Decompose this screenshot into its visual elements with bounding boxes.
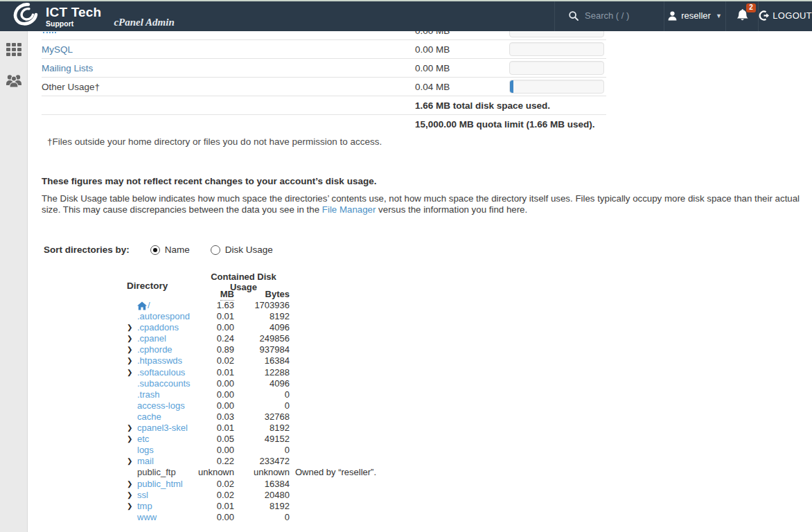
directory-link[interactable]: .trash (137, 389, 160, 400)
directory-link[interactable]: .subaccounts (137, 378, 191, 389)
expand-chevron-icon[interactable]: ❯ (127, 344, 137, 355)
directory-mb-value: 0.01 (196, 367, 234, 378)
directory-bytes-value: 20480 (234, 490, 290, 501)
expand-chevron-icon[interactable]: ❯ (127, 501, 137, 512)
disk-usage-description: The Disk Usage table below indicates how… (42, 193, 806, 215)
directory-link[interactable]: logs (137, 445, 154, 456)
expand-chevron-icon[interactable]: ❯ (127, 456, 137, 467)
directory-mb-value: 0.00 (196, 322, 234, 333)
directory-link[interactable]: tmp (137, 501, 152, 512)
directory-mb-value: 0.24 (196, 333, 234, 344)
directory-row: ❯.htpasswds0.0216384 (127, 355, 376, 366)
directory-note (290, 367, 376, 378)
expand-chevron-icon[interactable]: ❯ (127, 479, 137, 490)
users-group-icon (6, 73, 22, 88)
directory-link[interactable]: .autorespond (137, 311, 190, 322)
quota-limit-row: 15,000.00 MB quota limit (1.66 MB used). (42, 115, 606, 134)
directory-link[interactable]: etc (137, 434, 149, 445)
chevron-placeholder (127, 378, 137, 389)
apps-grid-button[interactable] (0, 31, 28, 56)
logout-button[interactable]: LOGOUT (758, 0, 812, 31)
expand-chevron-icon[interactable]: ❯ (127, 490, 137, 501)
notifications-button[interactable]: 2 (725, 0, 758, 31)
directory-row: www0.000 (127, 512, 376, 523)
directory-mb-value: 0.02 (196, 479, 234, 490)
directory-link[interactable]: cache (137, 411, 161, 423)
directory-name-cell: .cpanel (137, 333, 196, 344)
chevron-placeholder (127, 467, 137, 478)
sort-options: NameDisk Usage (130, 245, 273, 255)
dagger-footnote: †Files outside your home directory or fi… (47, 136, 382, 147)
directory-note (290, 344, 376, 355)
directory-row: .autorespond0.018192 (127, 311, 376, 322)
expand-chevron-icon[interactable]: ❯ (127, 322, 137, 333)
expand-chevron-icon[interactable]: ❯ (127, 434, 137, 445)
chevron-placeholder (127, 389, 137, 400)
expand-chevron-icon[interactable]: ❯ (127, 367, 137, 378)
bytes-column-header: Bytes (234, 289, 290, 299)
directory-link[interactable]: .cpaddons (137, 322, 179, 333)
directory-link[interactable]: .htpasswds (137, 355, 182, 366)
directory-link[interactable]: mail (137, 456, 154, 467)
usage-progress-fill (510, 80, 513, 93)
notification-badge[interactable]: 2 (746, 3, 756, 12)
directory-link[interactable]: cpanel3-skel (137, 423, 188, 434)
directory-bytes-value: 8192 (234, 311, 290, 322)
usage-category-label: Other Usage† (42, 82, 100, 92)
directory-name-cell: ssl (137, 490, 196, 501)
sort-option-name[interactable]: Name (150, 245, 190, 255)
directory-link[interactable]: .softaculous (137, 367, 185, 378)
directory-name-cell: public_ftp (137, 467, 196, 478)
grid-icon (6, 43, 21, 56)
directory-bytes-value: 0 (234, 512, 290, 523)
file-manager-link[interactable]: File Manager (322, 204, 376, 215)
usage-row: Mailing Lists0.00 MB (42, 59, 606, 78)
directory-bytes-value: 233472 (234, 456, 290, 467)
directory-name-cell: .autorespond (137, 311, 196, 322)
directory-link[interactable]: access-logs (137, 400, 185, 411)
sort-option-disk-usage[interactable]: Disk Usage (211, 245, 273, 255)
expand-chevron-icon[interactable]: ❯ (127, 355, 137, 366)
directory-bytes-value: unknown (234, 467, 290, 478)
total-disk-space-text: 1.66 MB total disk space used. (415, 100, 550, 111)
directory-note (290, 311, 376, 322)
brand-logo-link[interactable]: ICT Tech Support cPanel Admin (12, 1, 175, 31)
directory-link[interactable]: / (148, 300, 150, 311)
directory-note (290, 490, 376, 501)
directory-link[interactable]: .cphorde (137, 344, 173, 355)
directory-note (290, 378, 376, 389)
expand-chevron-icon[interactable]: ❯ (127, 333, 137, 344)
brand-title: ICT Tech (46, 6, 101, 19)
cpanel-admin-label: cPanel Admin (114, 17, 174, 31)
chevron-down-icon: ▼ (716, 12, 722, 19)
usage-category-link[interactable]: MySQL (42, 44, 73, 55)
directory-link[interactable]: .cpanel (137, 333, 166, 344)
directory-mb-value: 0.00 (196, 378, 234, 389)
directory-mb-value: 0.01 (196, 501, 234, 512)
accounts-button[interactable] (0, 56, 28, 88)
usage-category-link[interactable]: Mailing Lists (42, 63, 93, 73)
usage-progress-bar (509, 61, 604, 75)
directory-bytes-value: 49152 (234, 434, 290, 445)
directory-row: ❯ssl0.0220480 (127, 490, 376, 501)
directory-row: ❯public_html0.0216384 (127, 479, 376, 490)
directory-bytes-value: 4096 (234, 322, 290, 333)
directory-row: .subaccounts0.004096 (127, 378, 376, 389)
directory-link[interactable]: ssl (137, 490, 148, 501)
directory-row: ❯etc0.0549152 (127, 434, 376, 445)
directory-mb-value: 0.02 (196, 490, 234, 501)
expand-chevron-icon[interactable]: ❯ (127, 423, 137, 434)
radio-unselected-icon[interactable] (211, 245, 220, 255)
radio-selected-icon[interactable] (150, 245, 160, 255)
search-input[interactable] (585, 10, 661, 21)
user-menu[interactable]: reseller ▼ (664, 0, 726, 31)
directory-note (290, 501, 376, 512)
usage-value: 0.04 MB (415, 82, 450, 92)
directory-link[interactable]: public_html (137, 479, 183, 490)
directory-note (290, 322, 376, 333)
directory-link[interactable]: www (137, 512, 157, 523)
directory-note (290, 445, 376, 456)
directory-note (290, 411, 376, 423)
directory-name-cell: etc (137, 434, 196, 445)
directory-name-cell: .cpaddons (137, 322, 196, 333)
